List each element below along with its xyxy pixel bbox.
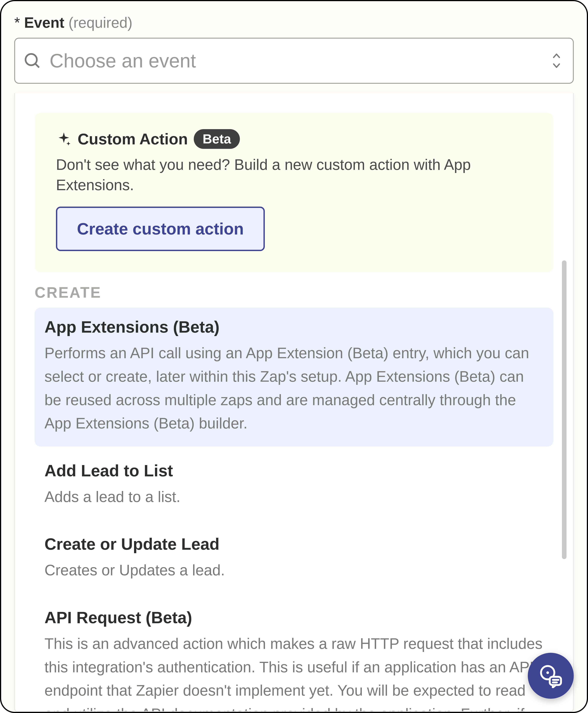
field-required-hint: (required) bbox=[68, 15, 132, 31]
event-option-desc: Adds a lead to a list. bbox=[44, 485, 544, 508]
event-combobox[interactable] bbox=[14, 38, 574, 84]
svg-point-0 bbox=[26, 54, 37, 65]
event-option-desc: Creates or Updates a lead. bbox=[44, 559, 544, 582]
event-option-title: Add Lead to List bbox=[44, 461, 544, 480]
event-option-title: App Extensions (Beta) bbox=[44, 317, 544, 336]
svg-line-1 bbox=[36, 64, 39, 67]
event-option-title: API Request (Beta) bbox=[44, 608, 544, 627]
promo-title: Custom Action bbox=[78, 130, 188, 148]
event-option-desc: This is an advanced action which makes a… bbox=[44, 632, 544, 712]
sparkle-icon bbox=[56, 131, 72, 147]
event-option[interactable]: Create or Update LeadCreates or Updates … bbox=[35, 525, 553, 593]
search-icon bbox=[23, 52, 41, 70]
event-option-title: Create or Update Lead bbox=[44, 534, 544, 553]
custom-action-promo: Custom Action Beta Don't see what you ne… bbox=[35, 113, 553, 272]
field-label: * Event (required) bbox=[14, 14, 574, 31]
create-custom-action-button[interactable]: Create custom action bbox=[56, 207, 265, 251]
event-dropdown: Custom Action Beta Don't see what you ne… bbox=[14, 93, 574, 712]
chevron-sort-icon bbox=[551, 52, 562, 70]
beta-badge: Beta bbox=[194, 129, 240, 149]
event-option[interactable]: App Extensions (Beta)Performs an API cal… bbox=[35, 308, 553, 446]
event-option[interactable]: Add Lead to ListAdds a lead to a list. bbox=[35, 452, 553, 520]
event-option-desc: Performs an API call using an App Extens… bbox=[44, 341, 544, 435]
required-asterisk: * bbox=[14, 15, 20, 31]
event-picker-panel: * Event (required) bbox=[0, 0, 588, 713]
promo-description: Don't see what you need? Build a new cus… bbox=[56, 154, 532, 195]
help-chat-fab[interactable] bbox=[528, 653, 574, 699]
field-label-text: Event bbox=[24, 15, 64, 31]
svg-point-3 bbox=[546, 671, 549, 674]
section-header-create: CREATE bbox=[35, 284, 553, 301]
event-option[interactable]: API Request (Beta)This is an advanced ac… bbox=[35, 598, 553, 712]
event-search-input[interactable] bbox=[49, 49, 543, 72]
scrollbar-thumb[interactable] bbox=[562, 260, 567, 559]
svg-rect-4 bbox=[550, 677, 561, 685]
